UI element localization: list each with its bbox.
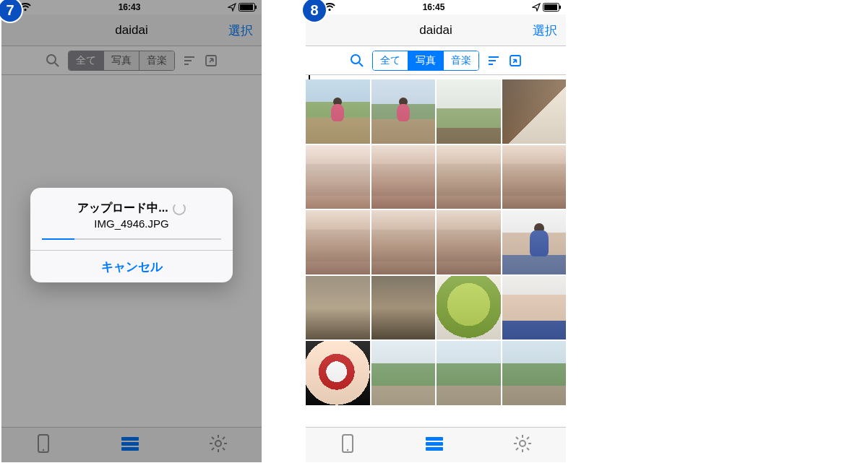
photo-thumbnail[interactable]: [502, 145, 567, 209]
cancel-button[interactable]: キャンセル: [30, 251, 233, 282]
segment-photos[interactable]: 写真: [104, 51, 139, 70]
photo-thumbnail[interactable]: [306, 341, 370, 405]
photo-thumbnail[interactable]: [306, 276, 370, 340]
upload-dialog: アップロード中... IMG_4946.JPG キャンセル: [30, 188, 233, 282]
photo-thumbnail[interactable]: [502, 210, 567, 274]
svg-rect-46: [426, 447, 443, 451]
segment-all[interactable]: 全て: [69, 51, 104, 70]
photo-thumbnail[interactable]: [306, 210, 370, 274]
svg-line-55: [527, 437, 529, 439]
filter-toolbar: 全て 写真 音楽: [306, 46, 566, 75]
svg-line-53: [527, 448, 529, 450]
photo-thumbnail[interactable]: [371, 210, 436, 274]
photo-thumbnail[interactable]: [502, 341, 567, 405]
tab-device[interactable]: [340, 433, 356, 456]
photo-thumbnail[interactable]: [437, 79, 501, 144]
svg-point-32: [328, 9, 330, 11]
select-button[interactable]: 選択: [228, 14, 253, 46]
svg-rect-35: [559, 6, 561, 9]
svg-rect-44: [426, 437, 443, 441]
status-bar: 16:43: [1, 0, 262, 14]
location-icon: [228, 3, 236, 12]
status-bar: 16:45: [306, 0, 566, 14]
battery-icon: [239, 3, 257, 12]
tab-bar: [306, 427, 566, 462]
nav-title: daidai: [115, 23, 147, 38]
svg-rect-34: [544, 4, 557, 10]
svg-line-24: [212, 437, 214, 439]
filter-segmented[interactable]: 全て 写真 音楽: [68, 51, 175, 71]
svg-line-27: [223, 437, 225, 439]
upload-title: アップロード中...: [77, 201, 168, 216]
tab-storage[interactable]: [424, 436, 444, 454]
search-icon[interactable]: [349, 53, 365, 68]
svg-point-15: [43, 449, 44, 451]
phone-screenshot-left: 7 16:43 daidai: [1, 0, 262, 462]
nav-title: daidai: [419, 23, 452, 38]
svg-rect-18: [121, 447, 139, 451]
svg-point-4: [24, 9, 26, 11]
svg-point-19: [215, 441, 221, 446]
tab-device[interactable]: [35, 433, 51, 456]
photo-thumbnail[interactable]: [502, 79, 567, 144]
content-area[interactable]: [306, 75, 566, 427]
svg-rect-7: [255, 6, 257, 9]
photo-thumbnail[interactable]: [437, 145, 501, 209]
share-icon[interactable]: [204, 54, 218, 67]
upload-progress: [42, 238, 221, 240]
segment-all[interactable]: 全て: [373, 51, 408, 70]
svg-line-37: [359, 63, 363, 66]
photo-thumbnail[interactable]: [371, 79, 436, 144]
status-time: 16:45: [423, 2, 445, 12]
svg-line-25: [223, 448, 225, 450]
phone-screenshot-right: 8 16:45 daidai 選択 全て: [306, 0, 566, 462]
battery-icon: [543, 3, 562, 12]
filter-segmented[interactable]: 全て 写真 音楽: [372, 51, 479, 71]
location-icon: [532, 3, 541, 12]
search-icon[interactable]: [45, 53, 61, 68]
svg-point-43: [347, 449, 348, 451]
svg-rect-45: [426, 442, 443, 446]
segment-photos[interactable]: 写真: [408, 51, 444, 70]
photo-grid[interactable]: [306, 75, 566, 405]
photo-thumbnail[interactable]: [437, 341, 501, 405]
segment-music[interactable]: 音楽: [444, 51, 478, 70]
svg-line-9: [55, 63, 59, 66]
upload-progress-bar: [42, 238, 74, 240]
photo-thumbnail[interactable]: [437, 276, 501, 340]
photo-thumbnail[interactable]: [371, 341, 436, 405]
svg-line-26: [212, 448, 214, 450]
svg-line-52: [516, 437, 518, 439]
svg-rect-17: [121, 442, 139, 446]
svg-line-54: [516, 448, 518, 450]
navigation-bar: daidai 選択: [1, 14, 262, 46]
svg-rect-6: [240, 4, 253, 10]
navigation-bar: daidai 選択: [306, 14, 566, 46]
photo-thumbnail[interactable]: [502, 276, 567, 340]
svg-point-36: [351, 55, 360, 64]
sort-icon[interactable]: [182, 54, 197, 67]
upload-filename: IMG_4946.JPG: [42, 217, 221, 230]
select-button[interactable]: 選択: [533, 14, 557, 46]
spinner-icon: [173, 202, 186, 215]
sort-icon[interactable]: [486, 54, 501, 67]
svg-point-8: [47, 55, 56, 64]
segment-music[interactable]: 音楽: [139, 51, 174, 70]
filter-toolbar: 全て 写真 音楽: [1, 46, 262, 75]
share-icon[interactable]: [508, 54, 523, 67]
tab-settings[interactable]: [513, 434, 532, 456]
photo-thumbnail[interactable]: [371, 276, 436, 340]
tab-settings[interactable]: [209, 434, 228, 456]
tab-bar: [1, 427, 262, 462]
photo-thumbnail[interactable]: [306, 145, 370, 209]
status-time: 16:43: [119, 2, 141, 12]
photo-thumbnail[interactable]: [437, 210, 501, 274]
svg-point-47: [520, 441, 525, 446]
tab-storage[interactable]: [120, 436, 140, 454]
photo-thumbnail[interactable]: [371, 145, 436, 209]
photo-thumbnail[interactable]: [306, 79, 370, 144]
svg-rect-16: [121, 437, 139, 441]
